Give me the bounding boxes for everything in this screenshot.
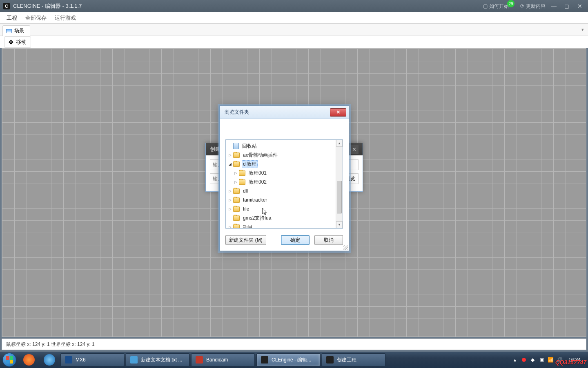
window-titlebar: C CLENGINE - 编辑器 - 3.1.1.7 ▢ 如何开始 29 ⟳ 更… [0, 0, 588, 12]
pinned-firefox[interactable] [19, 352, 39, 368]
toolbar: ✥ 移动 [0, 36, 588, 48]
tree-item[interactable]: ▷ae骨骼动画插件 [226, 150, 343, 159]
menu-project[interactable]: 工程 [2, 13, 21, 23]
tray-network-icon[interactable]: 📶 [547, 356, 555, 364]
menubar: 工程 全部保存 运行游戏 [0, 12, 588, 24]
scene-icon [6, 29, 12, 33]
tree-item-label: dll [242, 188, 249, 194]
tree-item[interactable]: ▷file [226, 204, 343, 213]
move-label: 移动 [16, 38, 27, 46]
start-button[interactable] [0, 352, 19, 368]
menu-run-game[interactable]: 运行游戏 [51, 13, 80, 23]
expand-arrow-icon[interactable]: ▷ [227, 198, 232, 202]
notification-badge: 29 [507, 0, 514, 7]
task-label: 新建文本文档.txt ... [141, 357, 182, 364]
resize-grip-icon[interactable] [343, 245, 348, 250]
task-icon [130, 356, 138, 364]
tree-item[interactable]: 回收站 [226, 141, 343, 150]
tray-up-icon[interactable]: ▴ [511, 356, 519, 364]
folder-icon [239, 180, 245, 185]
task-icon [65, 356, 72, 364]
app-logo-icon: C [3, 3, 10, 9]
tree-item-label: famitracker [242, 197, 268, 203]
update-label: 更新内容 [526, 3, 546, 10]
minimize-button[interactable]: — [549, 3, 559, 9]
taskbar-item[interactable]: 创建工程 [322, 353, 385, 366]
menu-save-all[interactable]: 全部保存 [21, 13, 51, 23]
tab-overflow-button[interactable]: ▾ [581, 27, 584, 32]
tree-item[interactable]: ▷教程001 [226, 168, 343, 177]
folder-icon [233, 162, 240, 167]
expand-arrow-icon[interactable]: ▷ [227, 207, 232, 211]
task-label: MX6 [76, 357, 86, 363]
tray-record-icon[interactable] [520, 356, 528, 364]
tree-item-label: 教程002 [247, 178, 268, 186]
tree-item-label: 回收站 [241, 142, 258, 150]
tree-item[interactable]: ▷项目 [226, 222, 343, 229]
expand-arrow-icon[interactable]: ▷ [227, 153, 232, 157]
browse-folder-dialog: 浏览文件夹 ✕ 回收站▷ae骨骼动画插件◢cl教程▷教程001▷教程002▷dl… [219, 105, 349, 251]
statusbar: 鼠标坐标 x: 124 y: 1 世界坐标 x: 124 y: 1 [2, 339, 586, 350]
tab-label: 场景 [14, 27, 24, 34]
update-button[interactable]: ⟳ 更新内容 [520, 3, 546, 10]
cancel-button[interactable]: 取消 [314, 235, 343, 245]
move-icon: ✥ [9, 39, 13, 45]
watermark: QQ3157747 [555, 359, 586, 366]
pinned-ie[interactable] [39, 352, 60, 368]
folder-icon [233, 224, 240, 229]
tree-item-label: gms2支持lua [242, 214, 272, 222]
scroll-thumb[interactable] [337, 181, 342, 213]
tree-item[interactable]: ▷dll [226, 186, 343, 195]
task-icon [326, 356, 334, 364]
create-dialog-close-button[interactable]: ✕ [350, 145, 359, 154]
new-folder-button[interactable]: 新建文件夹 (M) [225, 235, 266, 245]
window-title: CLENGINE - 编辑器 - 3.1.1.7 [13, 2, 82, 10]
firefox-icon [23, 354, 35, 366]
folder-icon [239, 171, 245, 176]
tree-item[interactable]: ◢cl教程 [226, 159, 343, 168]
folder-icon [233, 153, 240, 158]
expand-arrow-icon[interactable]: ▷ [233, 171, 238, 175]
tree-scrollbar[interactable]: ▲ ▼ [336, 140, 343, 228]
tray-icon-1[interactable]: ◆ [529, 356, 537, 364]
taskbar-item[interactable]: MX6 [60, 353, 124, 366]
task-label: Bandicam [206, 357, 228, 363]
status-text: 鼠标坐标 x: 124 y: 1 世界坐标 x: 124 y: 1 [6, 341, 95, 348]
expand-arrow-icon[interactable]: ▷ [227, 225, 232, 229]
browse-dialog-header[interactable]: 浏览文件夹 ✕ [220, 106, 349, 119]
scroll-down-button[interactable]: ▼ [336, 221, 343, 228]
taskbar-item[interactable]: 新建文本文档.txt ... [126, 353, 189, 366]
tree-item[interactable]: ▷famitracker [226, 195, 343, 204]
folder-icon [233, 215, 240, 221]
ok-button[interactable]: 确定 [281, 235, 310, 245]
tree-item-label: file [242, 206, 250, 212]
move-tool-button[interactable]: ✥ 移动 [4, 36, 31, 48]
tree-item-label: 教程001 [247, 169, 268, 177]
scroll-up-button[interactable]: ▲ [336, 140, 343, 147]
tree-item-label: ae骨骼动画插件 [242, 151, 279, 159]
taskbar-item[interactable]: Bandicam [191, 353, 255, 366]
tree-item[interactable]: gms2支持lua [226, 213, 343, 222]
tree-item[interactable]: ▷教程002 [226, 177, 343, 186]
expand-arrow-icon[interactable]: ▷ [233, 180, 238, 184]
browse-dialog-title: 浏览文件夹 [225, 109, 249, 116]
folder-tree: 回收站▷ae骨骼动画插件◢cl教程▷教程001▷教程002▷dll▷famitr… [225, 139, 343, 229]
taskbar-item[interactable]: CLEngine - 编辑... [256, 353, 320, 366]
folder-icon [233, 188, 240, 194]
folder-icon [233, 197, 240, 203]
browse-dialog-close-button[interactable]: ✕ [330, 108, 346, 117]
task-icon [196, 356, 203, 364]
tray-icon-2[interactable]: ▣ [538, 356, 546, 364]
taskbar: MX6新建文本文档.txt ...BandicamCLEngine - 编辑..… [0, 352, 588, 368]
expand-arrow-icon[interactable]: ◢ [227, 162, 232, 166]
maximize-button[interactable]: ◻ [562, 3, 572, 9]
help-button[interactable]: ▢ 如何开始 29 [483, 2, 514, 10]
close-button[interactable]: ✕ [575, 3, 585, 9]
tab-scene[interactable]: 场景 [2, 25, 30, 36]
cube-icon: ▢ [483, 3, 488, 9]
tabstrip: 场景 ▾ [0, 24, 588, 36]
windows-logo-icon [2, 353, 16, 367]
expand-arrow-icon[interactable]: ▷ [227, 189, 232, 193]
tree-item-label: 项目 [242, 223, 254, 229]
task-label: 创建工程 [337, 357, 356, 364]
